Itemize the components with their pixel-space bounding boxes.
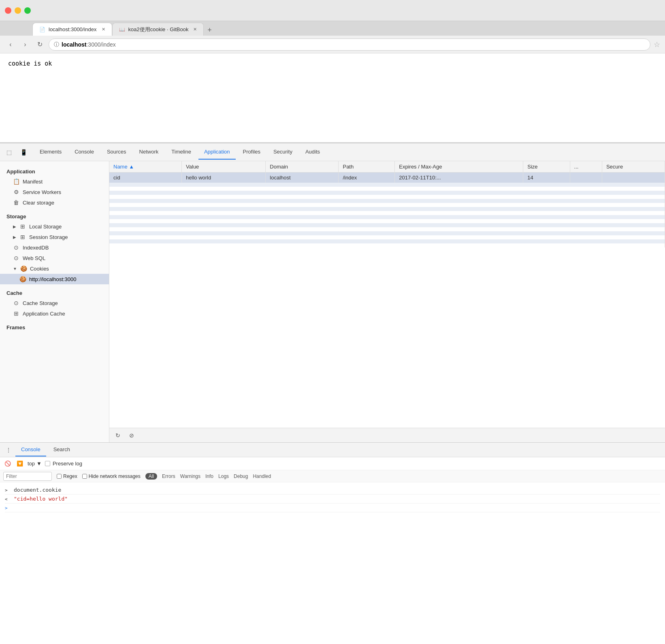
col-header-name[interactable]: Name ▲ xyxy=(109,161,182,173)
table-row xyxy=(109,243,665,247)
level-debug-label[interactable]: Debug xyxy=(234,473,248,479)
table-row xyxy=(109,215,665,219)
traffic-lights xyxy=(5,7,31,14)
tab-page-icon: 📄 xyxy=(39,27,45,32)
level-logs-label[interactable]: Logs xyxy=(218,473,229,479)
regex-checkbox[interactable] xyxy=(57,474,62,479)
console-tab-search[interactable]: Search xyxy=(48,444,76,456)
devtools-icons: ⬚ 📱 xyxy=(3,147,29,158)
level-warnings-label[interactable]: Warnings xyxy=(180,473,200,479)
sidebar-item-cache-storage[interactable]: ⊙ Cache Storage xyxy=(0,298,109,308)
tab-audits[interactable]: Audits xyxy=(300,145,326,160)
tab-sources[interactable]: Sources xyxy=(101,145,132,160)
console-tab-console[interactable]: Console xyxy=(15,444,46,456)
preserve-log-checkbox[interactable] xyxy=(45,461,50,466)
sidebar-section-frames: Frames xyxy=(0,322,109,332)
tab-elements[interactable]: Elements xyxy=(34,145,67,160)
preserve-log-label: Preserve log xyxy=(53,461,82,467)
level-all-badge[interactable]: All xyxy=(145,473,157,480)
tab-timeline[interactable]: Timeline xyxy=(166,145,197,160)
console-input-text: document.cookie xyxy=(14,487,61,493)
url-host: localhost xyxy=(62,41,86,48)
back-button[interactable]: ‹ xyxy=(5,39,16,50)
cookies-localhost-icon: 🍪 xyxy=(19,276,26,282)
col-header-more[interactable]: ... xyxy=(570,161,602,173)
table-row xyxy=(109,235,665,239)
tab-network[interactable]: Network xyxy=(134,145,164,160)
bookmark-button[interactable]: ☆ xyxy=(654,40,660,49)
console-input-arrow: > xyxy=(5,488,11,493)
tab-profiles[interactable]: Profiles xyxy=(237,145,266,160)
console-output: > document.cookie < "cid=hello world" > xyxy=(0,482,665,564)
sidebar-item-web-sql-label: Web SQL xyxy=(23,255,45,261)
cell-size: 14 xyxy=(523,173,570,183)
console-filter-button[interactable]: 🔽 xyxy=(15,459,24,468)
cookies-table: Name ▲ Value Domain Path Expires / Max-A… xyxy=(109,161,665,247)
close-button[interactable] xyxy=(5,7,11,14)
regex-option[interactable]: Regex xyxy=(57,473,77,479)
table-header-row: Name ▲ Value Domain Path Expires / Max-A… xyxy=(109,161,665,173)
refresh-button[interactable]: ↻ xyxy=(34,39,45,50)
tab-security[interactable]: Security xyxy=(268,145,298,160)
console-toolbar: 🚫 🔽 top ▼ Preserve log xyxy=(0,457,665,470)
device-mode-icon[interactable]: 📱 xyxy=(18,147,29,158)
tab-application[interactable]: Application xyxy=(198,145,236,160)
clear-cookies-button[interactable]: ⊘ xyxy=(126,430,137,441)
sidebar-item-clear-storage[interactable]: 🗑 Clear storage xyxy=(0,197,109,208)
tab-localhost[interactable]: 📄 localhost:3000/index ✕ xyxy=(32,23,112,36)
tab-console[interactable]: Console xyxy=(69,145,100,160)
preserve-log-wrap: Preserve log xyxy=(45,461,82,467)
tab-gitbook-close[interactable]: ✕ xyxy=(193,27,197,32)
console-filter-input[interactable] xyxy=(3,472,52,481)
url-box[interactable]: ⓘ localhost:3000/index xyxy=(49,38,650,51)
col-header-expires[interactable]: Expires / Max-Age xyxy=(395,161,523,173)
level-errors-label[interactable]: Errors xyxy=(162,473,175,479)
sidebar-item-web-sql[interactable]: ⊙ Web SQL xyxy=(0,253,109,263)
table-row[interactable]: cid hello world localhost /index 2017-02… xyxy=(109,173,665,183)
inspect-element-icon[interactable]: ⬚ xyxy=(3,147,15,158)
tab-gitbook[interactable]: 📖 koa2使用cookie · GitBook ✕ xyxy=(112,23,204,36)
web-sql-icon: ⊙ xyxy=(13,255,19,261)
cookies-expand-icon: ▼ xyxy=(13,267,17,271)
col-header-domain[interactable]: Domain xyxy=(266,161,339,173)
tab-localhost-close[interactable]: ✕ xyxy=(102,27,105,32)
minimize-button[interactable] xyxy=(15,7,21,14)
hide-network-option[interactable]: Hide network messages xyxy=(82,473,141,479)
col-header-path[interactable]: Path xyxy=(339,161,395,173)
sidebar-item-local-storage[interactable]: ▶ ⊞ Local Storage xyxy=(0,221,109,232)
cell-path: /index xyxy=(339,173,395,183)
sidebar-item-service-workers[interactable]: ⚙ Service Workers xyxy=(0,187,109,197)
console-context-select[interactable]: top ▼ xyxy=(28,461,42,467)
console-context-label: top xyxy=(28,461,35,467)
page-content-area: cookie is ok xyxy=(0,53,665,143)
sidebar-item-local-storage-label: Local Storage xyxy=(29,224,62,230)
col-header-size[interactable]: Size xyxy=(523,161,570,173)
sidebar-item-cookies-localhost[interactable]: 🍪 http://localhost:3000 xyxy=(0,274,109,284)
hide-network-checkbox[interactable] xyxy=(82,474,87,479)
console-clear-button[interactable]: 🚫 xyxy=(3,459,12,468)
refresh-cookies-button[interactable]: ↻ xyxy=(113,430,123,441)
new-tab-button[interactable]: + xyxy=(204,24,215,36)
level-handled-label[interactable]: Handled xyxy=(253,473,271,479)
col-header-value[interactable]: Value xyxy=(182,161,266,173)
browser-tabs-bar: 📄 localhost:3000/index ✕ 📖 koa2使用cookie … xyxy=(0,21,665,36)
cache-storage-icon: ⊙ xyxy=(13,300,19,306)
sidebar-item-cookies[interactable]: ▼ 🍪 Cookies xyxy=(0,263,109,274)
table-row xyxy=(109,231,665,235)
console-line-prompt[interactable]: > xyxy=(5,503,660,512)
sidebar-item-manifest[interactable]: 📋 Manifest xyxy=(0,176,109,187)
cell-name: cid xyxy=(109,173,182,183)
maximize-button[interactable] xyxy=(24,7,31,14)
cookie-table-toolbar: ↻ ⊘ xyxy=(109,428,665,442)
console-filter-row: Regex Hide network messages All Errors W… xyxy=(0,470,665,482)
sidebar-item-session-storage[interactable]: ▶ ⊞ Session Storage xyxy=(0,232,109,242)
table-row xyxy=(109,203,665,207)
url-text: localhost:3000/index xyxy=(62,41,116,48)
table-row xyxy=(109,219,665,223)
sidebar-item-indexeddb[interactable]: ⊙ IndexedDB xyxy=(0,242,109,253)
sidebar-item-application-cache[interactable]: ⊞ Application Cache xyxy=(0,308,109,319)
level-info-label[interactable]: Info xyxy=(205,473,213,479)
col-header-secure[interactable]: Secure xyxy=(602,161,665,173)
console-menu-button[interactable]: ⋮ xyxy=(3,445,14,455)
forward-button[interactable]: › xyxy=(19,39,31,50)
